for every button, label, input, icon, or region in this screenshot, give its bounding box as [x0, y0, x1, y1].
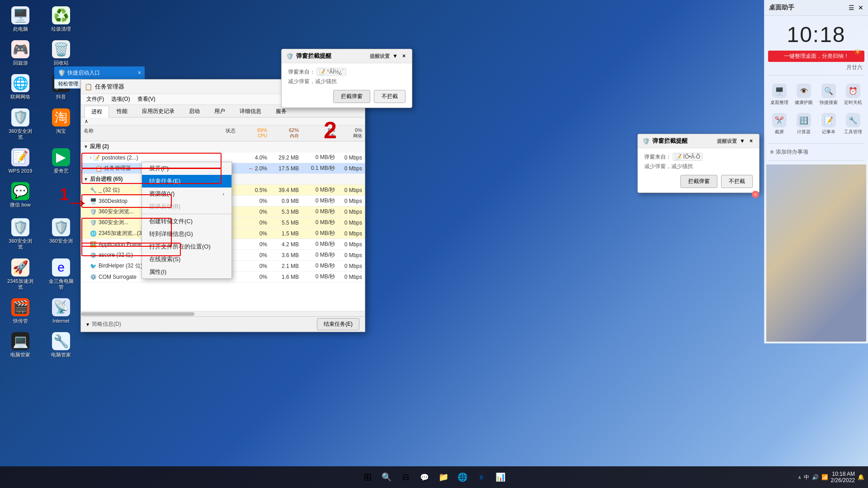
input-method-indicator[interactable]: 中: [804, 474, 809, 481]
cell-memory: 4.2 MB: [270, 240, 302, 248]
popup-body-2: 弹窗来自： 📝 ĩÔ•Â·Ô 减少弹窗，减少骚扰 拦截弹窗 不拦截: [638, 148, 759, 192]
task-view-button[interactable]: ⊟: [397, 469, 414, 485]
cell-cpu: 0%: [238, 240, 270, 248]
grid-item-tools[interactable]: 🔧 工具管理: [842, 110, 864, 138]
desktop-icon-game[interactable]: 🎮 回旋游: [5, 38, 36, 68]
popup-source-1: 弹窗来自： 📝 °ÃÍ½¿´: [288, 68, 406, 76]
desktop-icon-taobao[interactable]: 淘 淘宝: [45, 107, 77, 142]
desktop-icon-jiasu[interactable]: 🚀 2345加速浏览: [5, 257, 36, 292]
grid-item-timer[interactable]: ⏰ 定时关机: [842, 81, 864, 108]
grid-item-screenshot[interactable]: ✂️ 截屏: [768, 110, 791, 138]
system-tray-expand[interactable]: ∧: [798, 475, 801, 480]
cell-memory: 5.5 MB: [270, 219, 302, 226]
ctx-expand[interactable]: 展开(P): [142, 162, 231, 175]
col-memory[interactable]: 62%内存: [270, 127, 302, 139]
add-todo-item[interactable]: ⊕ 添加待办事项: [764, 145, 868, 159]
tab-details[interactable]: 详细信息: [233, 105, 268, 117]
desktop-icon-ie[interactable]: e 金三角电脑管: [45, 257, 77, 292]
section-apps[interactable]: ▼ 应用 (2): [81, 141, 365, 152]
popup2-settings-icon[interactable]: ▼: [740, 138, 745, 144]
collapse-arrow[interactable]: ∧: [81, 117, 365, 126]
chat-button[interactable]: 💬: [416, 469, 433, 485]
grid-item-notepad[interactable]: 📝 记事本: [817, 110, 840, 138]
ie-taskbar-button[interactable]: e: [473, 469, 490, 485]
popup-block-btn-2[interactable]: 拦截弹窗: [680, 175, 717, 188]
ctx-search-online[interactable]: 在线搜索(S): [142, 253, 231, 266]
ctx-properties[interactable]: 属性(I): [142, 266, 231, 278]
cell-cpu: 0%: [238, 208, 270, 216]
desktop-icon-my-computer[interactable]: 🖥️ 此电脑: [5, 5, 36, 34]
tab-users[interactable]: 用户: [208, 105, 232, 117]
assistant-banner[interactable]: 一键整理桌面，分类归纳！: [768, 51, 864, 62]
col-cpu[interactable]: 89%CPU: [238, 127, 270, 139]
assistant-date: 月廿六: [764, 62, 868, 73]
tab-performance[interactable]: 性能: [110, 105, 134, 117]
desktop-icon-wps[interactable]: 📝 WPS 2019: [5, 146, 36, 176]
popup-allow-btn-2[interactable]: 不拦截: [721, 175, 753, 188]
popup2-settings-label[interactable]: 提醒设置: [717, 138, 737, 145]
desktop-icon-diannaoguan[interactable]: 🔧 电脑管家: [45, 330, 77, 360]
desktop-icon-bofeng[interactable]: 🎬 快传管: [5, 296, 36, 326]
assistant-close-icon[interactable]: ✕: [858, 4, 863, 11]
grid-item-search[interactable]: 🔍 快捷搜索: [817, 81, 840, 108]
menu-options[interactable]: 选项(O): [108, 94, 133, 104]
tab-startup[interactable]: 启动: [182, 105, 207, 117]
col-network[interactable]: 0%网络: [338, 127, 365, 139]
grid-item-calculator[interactable]: 🔢 计算器: [793, 110, 815, 138]
grid-item-desktop[interactable]: 🖥️ 桌面整理: [768, 81, 791, 108]
popup-settings-icon[interactable]: ▼: [392, 53, 398, 59]
menu-view[interactable]: 查看(V): [134, 94, 159, 104]
desktop-icon-network[interactable]: 🌐 联网网络: [5, 72, 36, 102]
popup-close-btn-1[interactable]: ×: [401, 52, 407, 60]
ctx-dump[interactable]: 创建转储文件(C): [142, 215, 231, 228]
quick-start-close[interactable]: ×: [138, 70, 141, 76]
tab-app-history[interactable]: 应用历史记录: [135, 105, 181, 117]
search-button[interactable]: 🔍: [378, 469, 395, 485]
explorer-button[interactable]: 📁: [435, 469, 452, 485]
cell-network: 0 Mbps: [338, 219, 365, 226]
divider-2: [768, 143, 864, 144]
proc-icon: ⚙️: [90, 274, 97, 280]
desktop-icon-jinsanjiao[interactable]: 💻 电脑管家: [5, 330, 36, 360]
proc-icon: 🌐: [90, 230, 97, 237]
scrollbar-thumb[interactable]: [81, 312, 194, 316]
chart-button[interactable]: 📊: [492, 469, 509, 485]
desktop-icon-iqiyi[interactable]: ▶ 爱奇艺: [45, 146, 77, 176]
desktop-icon-recycle[interactable]: ♻️ 垃圾清理: [45, 5, 77, 34]
desktop-icon-360security[interactable]: 🛡️ 360安全浏览: [5, 107, 36, 142]
end-task-button[interactable]: 结束任务(E): [317, 318, 359, 330]
ctx-goto-details[interactable]: 转到详细信息(G): [142, 228, 231, 240]
col-status[interactable]: 状态: [202, 127, 238, 139]
network-icon[interactable]: 📶: [821, 474, 828, 480]
ctx-resource[interactable]: 资源值(V) ›: [142, 188, 231, 200]
ctx-end-task[interactable]: 结束任务(E): [142, 175, 231, 188]
grid-item-health[interactable]: 👁️ 健康护眼: [793, 81, 815, 108]
quick-start-bar[interactable]: 🛡️ 快捷启动入口 ×: [54, 66, 145, 79]
volume-icon[interactable]: 🔊: [812, 474, 819, 480]
task-manager-footer: ▾ 简略信息(D) 结束任务(E): [81, 316, 365, 332]
desktop-icon-360b2[interactable]: 🛡️ 360安全浏览: [5, 216, 36, 252]
popup2-extra-close[interactable]: ×: [752, 191, 759, 198]
menu-file[interactable]: 文件(F): [83, 94, 108, 104]
notification-icon[interactable]: 🔔: [858, 474, 864, 480]
horizontal-scrollbar[interactable]: [81, 311, 365, 316]
popup-block-btn-1[interactable]: 拦截弹窗: [333, 90, 370, 103]
popup-settings-label[interactable]: 提醒设置: [370, 53, 390, 60]
popup-allow-btn-1[interactable]: 不拦截: [374, 90, 406, 103]
desktop-icon-wechat[interactable]: 💬 微信 bow: [5, 180, 36, 212]
ctx-open-location[interactable]: 打开文件所在的位置(O): [142, 240, 231, 253]
edge-button[interactable]: 🌐: [454, 469, 471, 485]
summary-info-toggle[interactable]: ▾ 简略信息(D): [86, 320, 121, 328]
desktop-icon-360b3[interactable]: 🛡️ 360安全浏: [45, 216, 77, 252]
assistant-menu-icon[interactable]: ☰: [849, 4, 854, 11]
desktop-icon-recycle-bin[interactable]: 🗑️ 回收站: [45, 38, 77, 68]
tab-processes[interactable]: 进程: [85, 106, 109, 117]
col-name[interactable]: 名称: [81, 127, 202, 139]
desktop-icon-kuai[interactable]: 📡 Internet: [45, 296, 77, 326]
col-disk[interactable]: 8%磁盘: [302, 127, 338, 139]
clock-date-display[interactable]: 10:18 AM 2/26/2022: [831, 471, 855, 483]
assistant-grid: 🖥️ 桌面整理 👁️ 健康护眼 🔍 快捷搜索 ⏰ 定时关机 ✂️ 截屏 🔢 计算…: [764, 77, 868, 141]
popup-close-btn-2[interactable]: ×: [748, 137, 755, 145]
popup-source-2: 弹窗来自： 📝 ĩÔ•Â·Ô: [644, 153, 753, 161]
start-button[interactable]: ⊞: [359, 469, 376, 485]
